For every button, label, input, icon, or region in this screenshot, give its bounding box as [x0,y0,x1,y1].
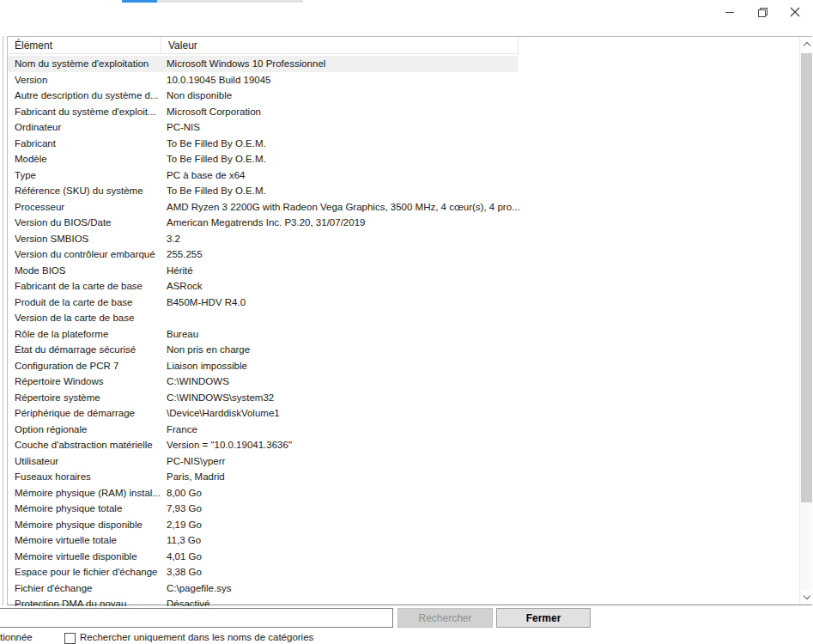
row-element-cell: Modèle [15,151,47,167]
list-row[interactable]: Mémoire physique disponible 2,19 Go [8,517,798,533]
list-row[interactable]: Référence (SKU) du système To Be Filled … [8,183,798,199]
list-row[interactable]: Mémoire physique totale 7,93 Go [8,501,798,517]
list-row[interactable]: Répertoire système C:\WINDOWS\system32 [8,390,798,406]
column-header-element[interactable]: Élément [8,37,161,54]
row-value-cell: PC-NIS\yperr [167,453,225,470]
column-header-valeur-label: Valeur [168,39,197,52]
vertical-scrollbar [799,37,812,605]
list-header: Élément Valeur [8,37,519,54]
category-names-checkbox[interactable] [64,633,76,644]
row-value-cell: Microsoft Windows 10 Professionnel [167,56,325,72]
row-value-cell: Non pris en charge [167,342,250,358]
list-row[interactable]: Version SMBIOS 3.2 [8,231,798,247]
row-element-cell: Référence (SKU) du système [15,183,143,199]
row-value-cell: 3.2 [167,231,180,247]
row-element-cell: Version de la carte de base [15,310,134,326]
row-value-cell: 8,00 Go [167,485,202,501]
list-row[interactable]: Rôle de la plateforme Bureau [8,326,798,343]
list-row[interactable]: Espace pour le fichier d'échange 3,38 Go [8,564,798,580]
chevron-down-icon [803,592,810,599]
list-row[interactable]: Type PC à base de x64 [8,167,798,184]
row-element-cell: Mode BIOS [15,263,65,279]
list-row[interactable]: Utilisateur PC-NIS\yperr [8,453,798,470]
list-row[interactable]: État du démarrage sécurisé Non pris en c… [8,342,798,358]
row-element-cell: Type [15,167,36,184]
list-rows: Nom du système d'exploitation Microsoft … [8,54,798,606]
search-button[interactable]: Rechercher [397,608,493,628]
row-value-cell: Paris, Madrid [167,469,225,485]
list-row[interactable]: Processeur AMD Ryzen 3 2200G with Radeon… [8,199,798,216]
row-element-cell: Répertoire système [15,390,100,406]
list-row[interactable]: Fabricant To Be Filled By O.E.M. [8,136,798,152]
row-value-cell: AMD Ryzen 3 2200G with Radeon Vega Graph… [167,199,520,216]
row-element-cell: Mémoire physique totale [15,501,122,517]
list-row[interactable]: Périphérique de démarrage \Device\Harddi… [8,405,798,422]
row-element-cell: Mémoire virtuelle totale [15,532,117,549]
list-row[interactable]: Mémoire virtuelle disponible 4,01 Go [8,549,798,565]
list-row[interactable]: Version 10.0.19045 Build 19045 [8,72,798,88]
row-value-cell: Liaison impossible [167,358,247,374]
close-button[interactable] [779,0,811,24]
list-row[interactable]: Configuration de PCR 7 Liaison impossibl… [8,358,798,374]
row-element-cell: Répertoire Windows [15,374,104,390]
pane-splitter[interactable] [3,36,3,605]
list-row[interactable]: Produit de la carte de base B450M-HDV R4… [8,295,798,311]
column-header-valeur[interactable]: Valeur [161,37,519,54]
row-element-cell: Mémoire physique disponible [15,517,143,533]
list-row[interactable]: Répertoire Windows C:\WINDOWS [8,374,798,390]
row-element-cell: Produit de la carte de base [15,295,132,311]
row-element-cell: Fichier d'échange [15,580,92,597]
list-row[interactable]: Fabricant du système d'exploit... Micros… [8,104,798,120]
search-input[interactable] [0,608,393,628]
list-row[interactable]: Ordinateur PC-NIS [8,119,798,136]
list-row[interactable]: Mémoire virtuelle totale 11,3 Go [8,532,798,549]
list-row[interactable]: Version de la carte de base [8,310,798,326]
row-element-cell: Nom du système d'exploitation [15,56,149,72]
row-value-cell: To Be Filled By O.E.M. [167,151,266,167]
list-row[interactable]: Fuseaux horaires Paris, Madrid [8,469,798,485]
row-value-cell: Version = "10.0.19041.3636" [167,437,292,453]
list-row[interactable]: Mode BIOS Hérité [8,263,798,279]
minimize-button[interactable] [713,0,746,24]
row-element-cell: Fabricant [15,136,56,152]
restore-icon [758,8,767,17]
list-row[interactable]: Version du contrôleur embarqué 255.255 [8,246,798,263]
row-element-cell: Version [15,72,47,88]
row-element-cell: Configuration de PCR 7 [15,358,118,374]
top-edge-accent-blue [122,0,157,3]
list-row[interactable]: Fabricant de la carte de base ASRock [8,278,798,295]
search-button-label: Rechercher [418,612,471,624]
row-element-cell: Autre description du système d... [15,88,158,104]
msinfo32-window: { "colors": { "accent_blue_strip": "#339… [0,0,813,644]
row-element-cell: Version du contrôleur embarqué [15,246,155,263]
window-controls [713,0,811,26]
row-value-cell: To Be Filled By O.E.M. [167,136,266,152]
list-row[interactable]: Version du BIOS/Date American Megatrends… [8,215,798,231]
row-value-cell: PC-NIS [167,119,200,136]
list-row[interactable]: Modèle To Be Filled By O.E.M. [8,151,798,167]
row-element-cell: Option régionale [15,422,87,438]
scroll-up-button[interactable] [801,37,812,52]
row-element-cell: Fuseaux horaires [15,469,91,485]
list-row[interactable]: Fichier d'échange C:\pagefile.sys [8,580,798,597]
list-row[interactable]: Autre description du système d... Non di… [8,88,798,104]
category-names-checkbox-label[interactable]: Rechercher uniquement dans les noms de c… [80,632,313,642]
list-row[interactable]: Mémoire physique (RAM) instal... 8,00 Go [8,485,798,501]
list-row[interactable]: Nom du système d'exploitation Microsoft … [8,56,519,72]
list-row[interactable]: Option régionale France [8,422,798,438]
row-value-cell: ASRock [167,278,203,295]
row-value-cell: C:\WINDOWS\system32 [167,390,274,406]
row-value-cell: Non disponible [167,88,232,104]
row-element-cell: Protection DMA du noyau [15,596,126,606]
row-element-cell: Mémoire virtuelle disponible [15,549,137,565]
row-element-cell: Fabricant de la carte de base [15,278,143,295]
row-value-cell: 11,3 Go [167,532,201,549]
row-element-cell: Processeur [15,199,64,216]
row-value-cell: 10.0.19045 Build 19045 [167,72,271,88]
list-row[interactable]: Protection DMA du noyau Désactivé [8,596,798,606]
scrollbar-thumb[interactable] [801,53,812,502]
scroll-down-button[interactable] [801,590,812,605]
list-row[interactable]: Couche d'abstraction matérielle Version … [8,437,798,453]
restore-button[interactable] [746,0,779,24]
close-dialog-button[interactable]: Fermer [496,608,591,628]
